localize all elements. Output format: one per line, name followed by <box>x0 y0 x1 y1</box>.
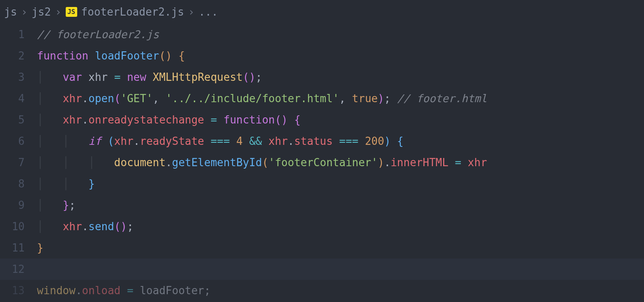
code-editor[interactable]: 1 // footerLoader2.js 2 function loadFoo… <box>0 24 644 301</box>
code-content[interactable]: } <box>37 240 644 256</box>
chevron-right-icon: › <box>21 4 28 20</box>
line-number: 6 <box>0 133 37 149</box>
line-number: 8 <box>0 176 37 192</box>
code-content[interactable]: // footerLoader2.js <box>37 27 644 43</box>
chevron-right-icon: › <box>55 4 62 20</box>
code-line: 10 │ xhr.send(); <box>0 216 644 237</box>
code-line: 11 } <box>0 237 644 259</box>
breadcrumb-file[interactable]: footerLoader2.js <box>81 4 184 20</box>
breadcrumb-symbol[interactable]: ... <box>199 4 218 20</box>
code-line: 4 │ xhr.open('GET', '../../include/foote… <box>0 88 644 109</box>
line-number: 4 <box>0 91 37 107</box>
breadcrumb-bar: js › js2 › JS footerLoader2.js › ... <box>0 0 644 24</box>
code-content[interactable]: │ │ │ document.getElementById('footerCon… <box>37 155 644 171</box>
line-number: 7 <box>0 155 37 171</box>
code-line: 3 │ var xhr = new XMLHttpRequest(); <box>0 66 644 88</box>
code-line: 8 │ │ } <box>0 173 644 194</box>
code-content[interactable]: function loadFooter() { <box>37 48 644 64</box>
breadcrumb-folder-js[interactable]: js <box>4 4 17 20</box>
code-line: 9 │ }; <box>0 194 644 216</box>
line-number: 3 <box>0 69 37 85</box>
code-content[interactable]: │ xhr.open('GET', '../../include/footer.… <box>37 91 644 107</box>
line-number: 11 <box>0 240 37 256</box>
code-content[interactable]: window.onload = loadFooter; <box>37 283 644 299</box>
code-content[interactable]: │ xhr.onreadystatechange = function() { <box>37 112 644 128</box>
code-line: 5 │ xhr.onreadystatechange = function() … <box>0 109 644 130</box>
code-line: 7 │ │ │ document.getElementById('footerC… <box>0 152 644 173</box>
code-content[interactable]: │ │ if (xhr.readyState === 4 && xhr.stat… <box>37 133 644 149</box>
line-number: 9 <box>0 197 37 213</box>
line-number: 13 <box>0 283 37 299</box>
line-number: 1 <box>0 27 37 43</box>
line-number: 2 <box>0 48 37 64</box>
js-file-icon: JS <box>66 7 77 17</box>
code-content[interactable]: │ }; <box>37 197 644 213</box>
breadcrumb-folder-js2[interactable]: js2 <box>32 4 51 20</box>
code-content[interactable]: │ var xhr = new XMLHttpRequest(); <box>37 69 644 85</box>
code-content[interactable]: │ │ } <box>37 176 644 192</box>
chevron-right-icon: › <box>188 4 195 20</box>
code-line: 1 // footerLoader2.js <box>0 24 644 45</box>
code-line: 2 function loadFooter() { <box>0 45 644 66</box>
code-line-current: 12 <box>0 259 644 280</box>
code-content[interactable]: │ xhr.send(); <box>37 219 644 235</box>
line-number: 10 <box>0 219 37 235</box>
line-number: 12 <box>0 261 37 277</box>
code-line: 6 │ │ if (xhr.readyState === 4 && xhr.st… <box>0 130 644 152</box>
line-number: 5 <box>0 112 37 128</box>
code-line: 13 window.onload = loadFooter; <box>0 280 644 301</box>
